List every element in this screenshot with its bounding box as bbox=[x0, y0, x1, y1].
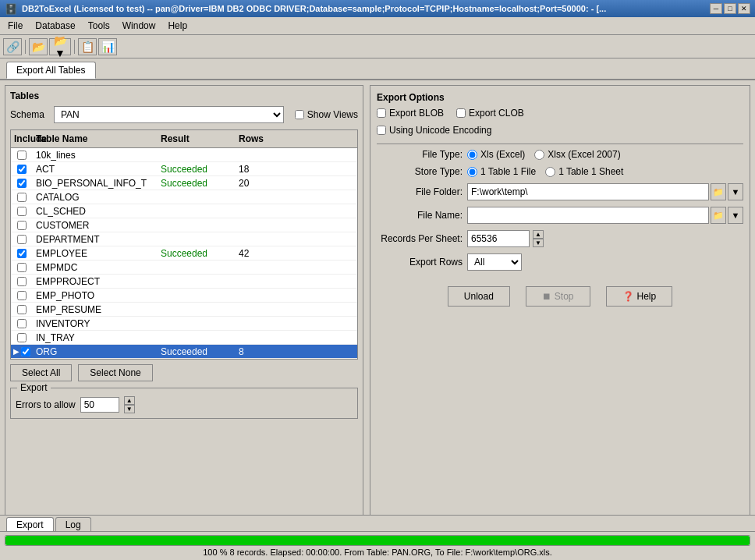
title-bar: 🗄️ DB2ToExcel (Licensed to test) -- pan@… bbox=[0, 0, 755, 17]
row-table-name: 10k_lines bbox=[33, 149, 158, 161]
toolbar-separator-1 bbox=[25, 40, 26, 54]
toolbar-separator-2 bbox=[74, 40, 75, 54]
export-group: Export Errors to allow ▲ ▼ bbox=[10, 388, 358, 419]
menu-help[interactable]: Help bbox=[163, 19, 192, 33]
toolbar-btn-1[interactable]: 🔗 bbox=[3, 38, 22, 55]
store-type-row: Store Type: 1 Table 1 File 1 Table 1 She… bbox=[377, 166, 743, 177]
table-row: INVENTORY bbox=[11, 317, 357, 331]
bottom-tab-log[interactable]: Log bbox=[55, 517, 91, 532]
row-checkbox-11[interactable] bbox=[17, 305, 27, 314]
toolbar-btn-3[interactable]: 📂▼ bbox=[49, 38, 71, 55]
row-checkbox-9[interactable] bbox=[17, 277, 27, 286]
progress-bar-container bbox=[5, 535, 750, 539]
export-blob-label: Export BLOB bbox=[377, 108, 444, 119]
row-checkbox-7[interactable] bbox=[17, 249, 27, 258]
export-options-title: Export Options bbox=[377, 92, 743, 103]
records-spin-up[interactable]: ▲ bbox=[533, 230, 544, 239]
row-table-name: DEPARTMENT bbox=[33, 233, 158, 246]
store-type-file-radio[interactable] bbox=[467, 167, 477, 177]
restore-button[interactable]: □ bbox=[724, 3, 736, 14]
select-buttons: Select All Select None bbox=[10, 364, 358, 381]
file-name-arrow-btn[interactable]: ▼ bbox=[728, 207, 743, 224]
unicode-checkbox[interactable] bbox=[377, 126, 386, 135]
toolbar-btn-5[interactable]: 📊 bbox=[98, 38, 117, 55]
errors-label: Errors to allow bbox=[16, 399, 76, 410]
row-checkbox-12[interactable] bbox=[17, 319, 27, 328]
menu-window[interactable]: Window bbox=[118, 19, 161, 33]
menu-tools[interactable]: Tools bbox=[83, 19, 115, 33]
table-row: BIO_PERSONAL_INFO_TSucceeded20 bbox=[11, 176, 357, 190]
row-result bbox=[158, 323, 236, 324]
stop-button[interactable]: ⏹ Stop bbox=[526, 286, 590, 307]
export-rows-select[interactable]: All Top N bbox=[467, 253, 522, 271]
row-result bbox=[158, 239, 236, 240]
row-checkbox-1[interactable] bbox=[17, 165, 27, 174]
bottom-tab-export[interactable]: Export bbox=[6, 517, 54, 532]
records-spin-down[interactable]: ▼ bbox=[533, 239, 544, 247]
row-result: Succeeded bbox=[158, 177, 236, 190]
file-type-xls-radio[interactable] bbox=[467, 150, 477, 160]
row-checkbox-6[interactable] bbox=[17, 235, 27, 244]
toolbar-btn-4[interactable]: 📋 bbox=[78, 38, 97, 55]
menu-database[interactable]: Database bbox=[30, 19, 80, 33]
export-group-label: Export bbox=[17, 382, 51, 393]
file-type-xlsx-radio[interactable] bbox=[534, 150, 544, 160]
unload-button[interactable]: Unload bbox=[448, 286, 510, 307]
show-views-checkbox[interactable] bbox=[295, 110, 304, 119]
export-clob-checkbox[interactable] bbox=[456, 108, 466, 118]
row-checkbox-5[interactable] bbox=[17, 221, 27, 230]
file-type-row: File Type: Xls (Excel) Xlsx (Excel 2007) bbox=[377, 149, 743, 160]
row-rows bbox=[236, 309, 298, 310]
errors-input[interactable] bbox=[80, 397, 119, 413]
menu-file[interactable]: File bbox=[3, 19, 27, 33]
errors-spin-down[interactable]: ▼ bbox=[124, 405, 135, 413]
toolbar: 🔗 📂 📂▼ 📋 📊 bbox=[0, 35, 755, 58]
store-type-sheet-radio[interactable] bbox=[545, 167, 555, 177]
minimize-button[interactable]: ─ bbox=[710, 3, 722, 14]
row-checkbox-0[interactable] bbox=[17, 151, 27, 160]
file-name-input[interactable] bbox=[467, 207, 709, 224]
row-table-name: INVENTORY bbox=[33, 317, 158, 330]
schema-dropdown[interactable]: PAN bbox=[54, 106, 284, 123]
tab-export-all-tables[interactable]: Export All Tables bbox=[6, 62, 96, 79]
action-buttons: Unload ⏹ Stop ❓ Help bbox=[377, 286, 743, 307]
file-folder-browse-btn[interactable]: 📁 bbox=[711, 183, 726, 200]
table-row: CL_SCHED bbox=[11, 204, 357, 218]
row-checkbox-8[interactable] bbox=[17, 263, 27, 272]
help-button[interactable]: ❓ Help bbox=[606, 286, 673, 307]
row-result: Succeeded bbox=[158, 163, 236, 175]
row-checkbox-14[interactable] bbox=[21, 347, 30, 356]
row-checkbox-4[interactable] bbox=[17, 207, 27, 216]
file-type-xls: Xls (Excel) bbox=[467, 149, 525, 160]
file-folder-input[interactable] bbox=[467, 183, 709, 200]
records-input[interactable] bbox=[467, 230, 530, 247]
blob-clob-row: Export BLOB Export CLOB bbox=[377, 108, 743, 122]
file-type-options: Xls (Excel) Xlsx (Excel 2007) bbox=[467, 149, 743, 160]
table-row: EMPPROJECT bbox=[11, 275, 357, 289]
row-table-name: CL_SCHED bbox=[33, 205, 158, 218]
records-input-group: ▲ ▼ bbox=[467, 230, 743, 247]
errors-spin-up[interactable]: ▲ bbox=[124, 396, 135, 405]
main-area: Tables Schema PAN Show Views Include Tab… bbox=[0, 80, 755, 539]
file-name-browse-btn[interactable]: 📁 bbox=[711, 207, 726, 224]
row-result bbox=[158, 309, 236, 310]
table-row: EMPLOYEESucceeded42 bbox=[11, 246, 357, 261]
errors-row: Errors to allow ▲ ▼ bbox=[16, 396, 353, 413]
row-checkbox-3[interactable] bbox=[17, 193, 27, 202]
row-checkbox-10[interactable] bbox=[17, 291, 27, 300]
toolbar-btn-2[interactable]: 📂 bbox=[29, 38, 48, 55]
progress-bar bbox=[5, 536, 750, 539]
export-blob-checkbox[interactable] bbox=[377, 108, 386, 118]
row-checkbox-2[interactable] bbox=[17, 179, 27, 188]
select-all-button[interactable]: Select All bbox=[10, 364, 72, 381]
row-rows: 8 bbox=[236, 346, 298, 358]
file-folder-input-group: 📁 ▼ bbox=[467, 183, 743, 200]
table-row: CATALOG bbox=[11, 190, 357, 204]
row-result: Succeeded bbox=[158, 346, 236, 358]
table-row: CUSTOMER bbox=[11, 218, 357, 232]
select-none-button[interactable]: Select None bbox=[78, 364, 152, 381]
close-button[interactable]: ✕ bbox=[738, 3, 750, 14]
row-checkbox-13[interactable] bbox=[17, 333, 27, 342]
file-folder-arrow-btn[interactable]: ▼ bbox=[728, 183, 743, 200]
tables-container: Include Table Name Result Rows 10k_lines… bbox=[10, 129, 358, 360]
